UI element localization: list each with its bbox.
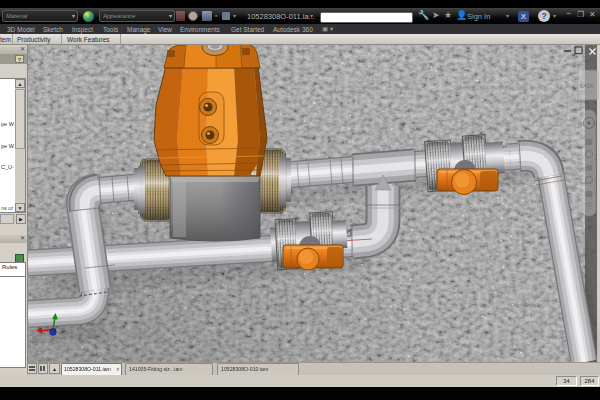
svg-text:BACK: BACK xyxy=(580,83,594,89)
